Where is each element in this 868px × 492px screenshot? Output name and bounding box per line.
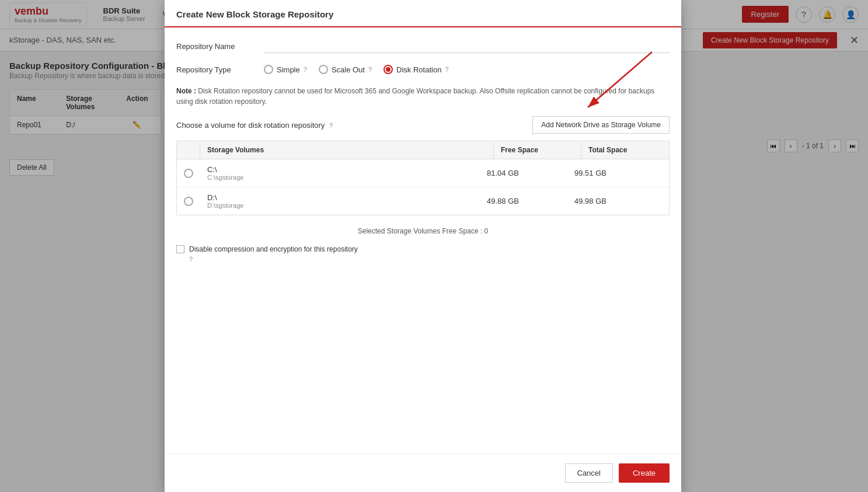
- vol-col-free-header: Free Space: [494, 141, 581, 159]
- disable-checkbox-row: Disable compression and encryption for t…: [176, 245, 670, 263]
- radio-simple-outer: [264, 65, 273, 74]
- repo-type-row: Repository Type Simple ? Scale Out ?: [176, 65, 670, 74]
- radio-diskrotation-inner: [386, 67, 391, 72]
- vol-total-d: 49.98 GB: [574, 197, 662, 205]
- volumes-tbody: C:\ C:\sgstorage 81.04 GB 99.51 GB D:\ D…: [177, 159, 669, 215]
- vol-col-radio-header: [177, 141, 200, 159]
- vol-name-c: C:\ C:\sgstorage: [207, 165, 487, 181]
- diskrotation-help-icon[interactable]: ?: [445, 66, 448, 73]
- vol-radio-c[interactable]: [184, 169, 207, 178]
- vol-radio-c-circle[interactable]: [184, 169, 193, 178]
- vol-radio-d[interactable]: [184, 197, 207, 206]
- free-space-label: Selected Storage Volumes Free Space : 0: [358, 227, 488, 235]
- vol-drive-c: C:\: [207, 165, 487, 174]
- repo-type-label: Repository Type: [176, 65, 252, 74]
- choose-volume-help-icon[interactable]: ?: [329, 122, 333, 129]
- vol-free-c: 81.04 GB: [487, 169, 574, 177]
- radio-scaleout-label: Scale Out: [332, 65, 365, 74]
- simple-help-icon[interactable]: ?: [304, 66, 307, 73]
- disable-help-icon[interactable]: ?: [189, 256, 193, 263]
- choose-volume-label: Choose a volume for disk rotation reposi…: [176, 121, 333, 130]
- section-header: Choose a volume for disk rotation reposi…: [176, 116, 670, 134]
- vol-path-c: C:\sgstorage: [207, 174, 487, 181]
- volumes-thead: Storage Volumes Free Space Total Space: [177, 141, 669, 159]
- modal-dialog: Create New Block Storage Repository Repo…: [165, 0, 681, 492]
- radio-diskrotation-label: Disk Rotation: [396, 65, 441, 74]
- volumes-table: Storage Volumes Free Space Total Space C…: [176, 141, 670, 215]
- note-prefix: Note :: [176, 87, 196, 95]
- repo-name-input[interactable]: [264, 39, 670, 53]
- note-box: Note : Disk Rotation repository cannot b…: [176, 86, 670, 107]
- scaleout-help-icon[interactable]: ?: [368, 66, 372, 73]
- vol-name-d: D:\ D:\sgstorage: [207, 193, 487, 209]
- modal-header: Create New Block Storage Repository: [165, 0, 681, 27]
- vol-drive-d: D:\: [207, 193, 487, 202]
- radio-scaleout[interactable]: Scale Out ?: [319, 65, 372, 74]
- modal-title: Create New Block Storage Repository: [176, 9, 670, 19]
- red-arrow-annotation: [494, 46, 658, 122]
- create-button[interactable]: Create: [619, 463, 670, 483]
- radio-scaleout-outer: [319, 65, 328, 74]
- repo-name-label: Repository Name: [176, 42, 252, 51]
- modal-body: Repository Name Repository Type Simple ?…: [165, 27, 681, 453]
- radio-simple[interactable]: Simple ?: [264, 65, 307, 74]
- vol-path-d: D:\sgstorage: [207, 202, 487, 209]
- volume-row-d: D:\ D:\sgstorage 49.88 GB 49.98 GB: [177, 187, 669, 215]
- radio-simple-label: Simple: [277, 65, 300, 74]
- vol-radio-d-circle[interactable]: [184, 197, 193, 206]
- radio-diskrotation[interactable]: Disk Rotation ?: [384, 65, 448, 74]
- vol-total-c: 99.51 GB: [574, 169, 662, 177]
- volume-row-c: C:\ C:\sgstorage 81.04 GB 99.51 GB: [177, 159, 669, 187]
- add-network-button[interactable]: Add Network Drive as Storage Volume: [532, 116, 670, 134]
- free-space-row: Selected Storage Volumes Free Space : 0: [176, 227, 670, 235]
- repo-name-row: Repository Name: [176, 39, 670, 53]
- disable-checkbox[interactable]: [176, 245, 184, 253]
- repo-type-group: Simple ? Scale Out ? Disk Rotation ?: [264, 65, 449, 74]
- vol-col-total-header: Total Space: [581, 141, 669, 159]
- modal-footer: Cancel Create: [165, 453, 681, 492]
- disable-label: Disable compression and encryption for t…: [189, 245, 358, 253]
- radio-diskrotation-outer: [384, 65, 393, 74]
- vol-free-d: 49.88 GB: [487, 197, 574, 205]
- vol-col-storage-header: Storage Volumes: [200, 141, 494, 159]
- note-text: Disk Rotation repository cannot be used …: [176, 87, 654, 106]
- cancel-button[interactable]: Cancel: [565, 463, 613, 483]
